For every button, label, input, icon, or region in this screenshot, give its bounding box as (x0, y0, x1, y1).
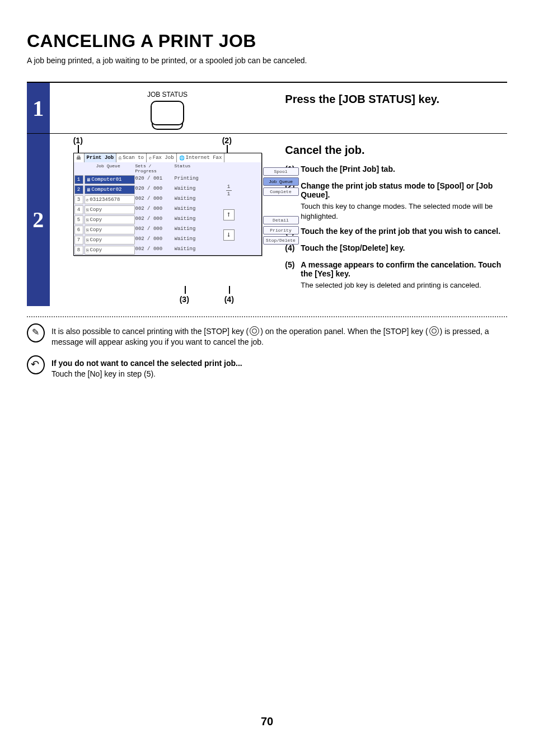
job-row-status: Waiting (175, 205, 210, 215)
complete-button[interactable]: Complete (263, 187, 299, 196)
substep-list: (1)Touch the [Print Job] tab.(2)Change t… (285, 165, 507, 290)
job-row-status: Waiting (175, 185, 210, 195)
page-top: 1 (227, 184, 230, 190)
job-row-label: 0312345678 (90, 197, 120, 203)
substep-body: A message appears to confirm the cancela… (301, 260, 507, 290)
page-title: CANCELING A PRINT JOB (27, 31, 507, 51)
job-row[interactable]: 1🖥Computer01020 / 001Printing (74, 175, 261, 185)
step-number-2: 2 (27, 134, 50, 306)
job-row-name: ⎘Copy (85, 226, 135, 234)
copy-icon: ⎘ (86, 208, 89, 213)
substep-body: Touch the [Print Job] tab. (301, 165, 507, 176)
job-row-progress: 020 / 000 (135, 185, 175, 195)
job-row-name: ⎘Copy (85, 236, 135, 245)
substep-bold: Touch the [Print Job] tab. (301, 165, 507, 173)
computer-icon: 🖥 (86, 177, 91, 182)
globe-icon: 🌐 (179, 156, 185, 161)
job-status-key-graphic: JOB STATUS (147, 91, 188, 125)
printer-icon: 🖶 (74, 153, 85, 162)
substep-item: (4)Touch the [Stop/Delete] key. (285, 243, 507, 255)
tab-scan-to[interactable]: ⎙Scan to (116, 153, 147, 162)
copy-icon: ⎘ (86, 248, 89, 253)
job-row-status: Waiting (175, 225, 210, 235)
page-indicator: 1 1 🠕 🠗 (223, 184, 235, 241)
col-job-queue: Job Queue (84, 163, 135, 173)
job-row-index: 8 (74, 246, 83, 255)
return-icon (27, 355, 45, 374)
substep-bold: A message appears to confirm the cancela… (301, 260, 507, 278)
job-row-name: 🖥Computer01 (85, 175, 135, 184)
callout-4: (4) (224, 295, 234, 304)
substep-body: Change the print job status mode to [Spo… (301, 181, 507, 221)
callout-3: (3) (180, 295, 189, 304)
callout-1: (1) (73, 136, 83, 145)
job-row-progress: 002 / 000 (135, 205, 175, 215)
job-row-status: Waiting (175, 235, 210, 245)
job-row-index: 6 (74, 226, 83, 234)
intro-text: A job being printed, a job waiting to be… (27, 56, 507, 65)
spool-button[interactable]: Spool (263, 167, 299, 176)
stop-delete-button[interactable]: Stop/Delete (263, 236, 299, 245)
job-queue-button[interactable]: Job Queue (263, 177, 299, 186)
job-row-name: ⎘Copy (85, 246, 135, 255)
tab-fax-job[interactable]: ✆Fax Job (147, 153, 177, 162)
job-row-name: 🖥Computer02 (85, 185, 135, 194)
job-row-progress: 002 / 000 (135, 195, 175, 205)
job-row-label: Copy (90, 237, 102, 243)
job-row-label: Copy (90, 227, 102, 233)
job-row-label: Computer02 (92, 187, 122, 192)
job-row-name: ⎘Copy (85, 215, 135, 224)
job-row-label: Copy (90, 207, 102, 213)
job-row-progress: 002 / 000 (135, 225, 175, 235)
priority-button[interactable]: Priority (263, 226, 299, 234)
substep-item: (2)Change the print job status mode to [… (285, 181, 507, 221)
step2-heading: Cancel the job. (285, 144, 507, 157)
tab-bar: 🖶 Print Job ⎙Scan to ✆Fax Job 🌐Internet … (74, 153, 261, 162)
scan-icon: ⎙ (119, 156, 121, 161)
substep-plain: The selected job key is deleted and prin… (301, 281, 481, 289)
job-row-progress: 002 / 000 (135, 245, 175, 255)
callout-line (229, 286, 230, 294)
job-row-index: 5 (74, 215, 83, 224)
scroll-up-button[interactable]: 🠕 (223, 209, 235, 220)
job-row[interactable]: 8⎘Copy002 / 000Waiting (74, 245, 261, 255)
substep-bold: Touch the key of the print job that you … (301, 227, 507, 236)
substep-number: (5) (285, 260, 301, 290)
substep-bold: Touch the [Stop/Delete] key. (301, 243, 507, 252)
pencil-icon (27, 323, 45, 342)
scroll-down-button[interactable]: 🠗 (223, 229, 235, 241)
substep-bold: Change the print job status mode to [Spo… (301, 181, 507, 199)
pencil-note: It is also possible to cancel printing w… (51, 324, 507, 348)
job-row-progress: 002 / 000 (135, 235, 175, 245)
job-row-index: 7 (74, 236, 83, 245)
detail-button[interactable]: Detail (263, 216, 299, 224)
substep-number: (4) (285, 243, 301, 255)
step-number-1: 1 (27, 83, 50, 133)
stop-key-icon (429, 326, 439, 336)
job-row-status: Waiting (175, 245, 210, 255)
tab-print-job[interactable]: Print Job (85, 153, 117, 162)
job-row-status: Waiting (175, 215, 210, 225)
callout-line (185, 286, 186, 294)
substep-body: Touch the [Stop/Delete] key. (301, 243, 507, 255)
job-row-name: ⎘Copy (85, 205, 135, 214)
substep-item: (5)A message appears to confirm the canc… (285, 260, 507, 290)
fax-icon: ✆ (149, 156, 152, 161)
substep-plain: Touch this key to change modes. The sele… (301, 202, 493, 220)
page-number: 70 (0, 715, 534, 728)
job-row-label: Copy (90, 247, 102, 253)
hardware-key-shape (151, 101, 184, 125)
dashed-divider (27, 316, 507, 317)
job-row-label: Computer01 (92, 177, 122, 182)
tab-internet-fax[interactable]: 🌐Internet Fax (177, 153, 225, 162)
substep-body: Touch the key of the print job that you … (301, 227, 507, 238)
step-2: 2 (1) (2) (3) (4) 🖶 Print Job ⎙Scan to ✆… (27, 134, 507, 306)
page-bottom: 1 (227, 191, 230, 197)
job-row-index: 4 (74, 205, 83, 214)
stop-key-icon (250, 326, 259, 336)
notes-area: It is also possible to cancel printing w… (27, 324, 507, 380)
job-row-index: 2 (74, 185, 83, 194)
list-header: Job Queue Sets / Progress Status (74, 162, 261, 175)
copy-icon: ⎘ (86, 228, 89, 233)
job-row-name: ✆0312345678 (85, 195, 135, 204)
